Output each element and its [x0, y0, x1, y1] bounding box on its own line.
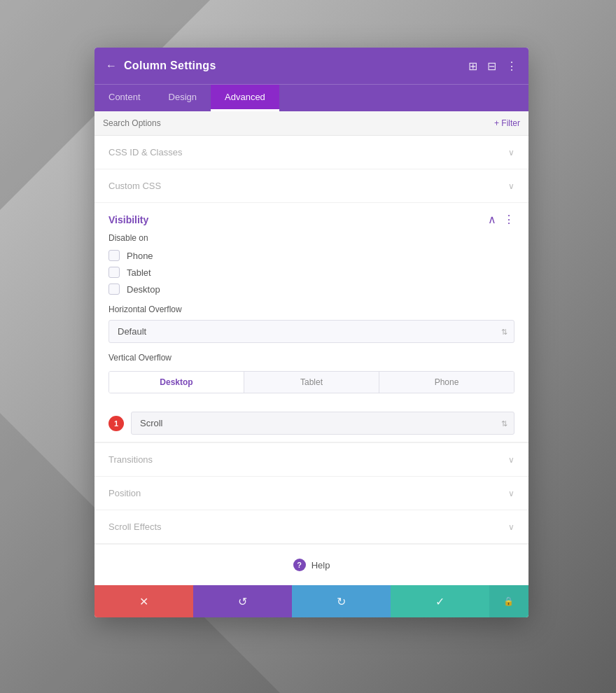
disable-on-label: Disable on: [108, 233, 514, 243]
phone-checkbox[interactable]: [108, 250, 120, 261]
scroll-effects-section[interactable]: Scroll Effects ∨: [94, 510, 528, 544]
tab-design[interactable]: Design: [155, 85, 211, 111]
position-chevron: ∨: [508, 489, 514, 498]
tabs-row: Content Design Advanced ✕: [94, 84, 528, 111]
visibility-header: Visibility ∧ ⋮: [94, 203, 528, 233]
desktop-checkbox[interactable]: [108, 284, 120, 295]
header-icons: ⊞ ⊟ ⋮: [468, 59, 517, 73]
visibility-header-right: ∧ ⋮: [488, 213, 514, 226]
visibility-body: Disable on Phone Tablet Desktop Horizont…: [94, 233, 528, 405]
position-section[interactable]: Position ∨: [94, 477, 528, 510]
desktop-checkbox-row: Desktop: [108, 284, 514, 295]
device-tab-tablet[interactable]: Tablet: [244, 372, 379, 393]
redo-button[interactable]: ↻: [292, 585, 391, 617]
help-label[interactable]: Help: [312, 560, 330, 570]
horizontal-overflow-select-wrapper: Default Visible Hidden Scroll Auto: [108, 320, 514, 343]
css-id-classes-section[interactable]: CSS ID & Classes ∨: [94, 136, 528, 169]
tablet-label: Tablet: [127, 267, 151, 278]
scroll-effects-title: Scroll Effects: [108, 522, 162, 532]
custom-css-title: Custom CSS: [108, 181, 161, 191]
modal-title: Column Settings: [124, 59, 216, 72]
save-button[interactable]: ✓: [391, 585, 489, 617]
filter-button[interactable]: + Filter: [494, 118, 520, 128]
search-input[interactable]: [103, 118, 243, 128]
transitions-title: Transitions: [108, 454, 153, 465]
custom-css-section[interactable]: Custom CSS ∨: [94, 169, 528, 203]
help-icon: ?: [293, 559, 306, 571]
lock-icon: 🔒: [503, 596, 514, 606]
visibility-more-icon[interactable]: ⋮: [503, 213, 514, 226]
lock-button[interactable]: 🔒: [489, 585, 528, 617]
desktop-label: Desktop: [127, 284, 160, 295]
header-left: ← Column Settings: [106, 59, 216, 72]
tab-advanced[interactable]: Advanced: [211, 85, 279, 111]
modal-header: ← Column Settings ⊞ ⊟ ⋮: [94, 48, 528, 84]
device-tabs: Desktop Tablet Phone: [108, 371, 514, 393]
tablet-checkbox[interactable]: [108, 267, 120, 278]
scroll-badge: 1: [108, 416, 124, 431]
css-id-classes-title: CSS ID & Classes: [108, 147, 182, 158]
help-row: ? Help: [94, 544, 528, 585]
vertical-overflow-field: Vertical Overflow Desktop Tablet Phone: [108, 343, 514, 393]
transitions-section[interactable]: Transitions ∨: [94, 443, 528, 477]
scroll-field-row: 1 Scroll Default Visible Hidden Auto: [94, 405, 528, 442]
visibility-chevron[interactable]: ∧: [488, 213, 496, 226]
horizontal-overflow-field: Horizontal Overflow Default Visible Hidd…: [108, 304, 514, 343]
scroll-select[interactable]: Scroll Default Visible Hidden Auto: [131, 412, 514, 435]
cancel-icon: ✕: [139, 595, 148, 608]
reset-button[interactable]: ↺: [193, 585, 292, 617]
horizontal-overflow-label: Horizontal Overflow: [108, 304, 514, 314]
tab-content[interactable]: Content: [94, 85, 155, 111]
cancel-button[interactable]: ✕: [94, 585, 193, 617]
columns-icon[interactable]: ⊟: [487, 59, 496, 73]
phone-checkbox-row: Phone: [108, 250, 514, 261]
search-bar: + Filter: [94, 111, 528, 136]
device-tab-phone[interactable]: Phone: [379, 372, 514, 393]
save-icon: ✓: [435, 595, 444, 608]
redo-icon: ↻: [337, 595, 346, 608]
position-title: Position: [108, 488, 141, 498]
scroll-effects-chevron: ∨: [508, 522, 514, 532]
back-arrow-icon[interactable]: ←: [106, 59, 117, 72]
scroll-select-wrapper: Scroll Default Visible Hidden Auto: [131, 412, 514, 435]
phone-label: Phone: [127, 251, 153, 261]
more-icon[interactable]: ⋮: [506, 59, 517, 73]
focus-icon[interactable]: ⊞: [468, 59, 477, 73]
visibility-title: Visibility: [108, 214, 148, 225]
reset-icon: ↺: [238, 595, 247, 608]
vertical-overflow-label: Vertical Overflow: [108, 353, 514, 363]
transitions-chevron: ∨: [508, 455, 514, 465]
visibility-section: Visibility ∧ ⋮ Disable on Phone Tablet D…: [94, 203, 528, 443]
tablet-checkbox-row: Tablet: [108, 267, 514, 278]
device-tab-desktop[interactable]: Desktop: [109, 372, 244, 393]
column-settings-modal: ← Column Settings ⊞ ⊟ ⋮ Content Design A…: [94, 48, 528, 617]
modal-footer: ✕ ↺ ↻ ✓ 🔒: [94, 585, 528, 617]
custom-css-chevron: ∨: [508, 181, 514, 191]
horizontal-overflow-select[interactable]: Default Visible Hidden Scroll Auto: [108, 320, 514, 343]
css-id-classes-chevron: ∨: [508, 148, 514, 158]
modal-tabs: Content Design Advanced: [94, 84, 528, 111]
